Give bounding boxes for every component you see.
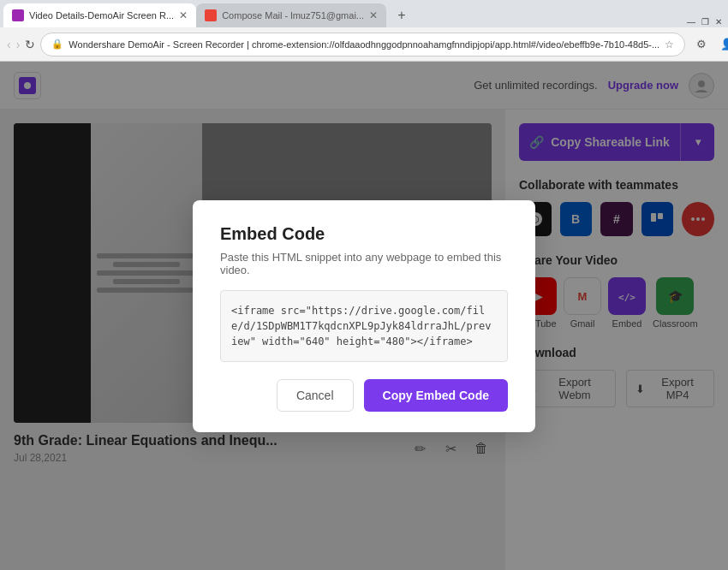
tabs-bar: Video Details-DemoAir Screen R... ✕ Comp… [0,0,728,27]
tab-close-1[interactable]: ✕ [179,9,188,21]
address-text: Wondershare DemoAir - Screen Recorder | … [69,39,659,50]
modal-actions: Cancel Copy Embed Code [220,379,508,412]
new-tab-button[interactable]: + [390,3,414,27]
close-button[interactable]: ✕ [713,15,725,27]
tab-close-2[interactable]: ✕ [369,9,378,21]
profile-icon[interactable]: 👤 [716,33,728,56]
tab-favicon-2 [205,9,217,21]
tab-active[interactable]: Video Details-DemoAir Screen R... ✕ [3,3,196,27]
toolbar-icons: ⚙ 👤 ⋮ [690,33,728,56]
forward-button[interactable]: › [16,33,21,56]
tab-label-2: Compose Mail - lmuz751@gmai... [222,10,364,21]
copy-embed-code-button[interactable]: Copy Embed Code [364,379,508,412]
tab-favicon-1 [12,9,24,21]
embed-code-modal: Embed Code Paste this HTML snippet into … [193,200,535,432]
tab-label-1: Video Details-DemoAir Screen R... [29,10,174,21]
minimize-button[interactable]: — [685,15,697,27]
address-bar[interactable]: 🔒 Wondershare DemoAir - Screen Recorder … [40,33,685,56]
app-content: Get unlimited recordings. Upgrade now [0,62,728,570]
browser-toolbar: ‹ › ↻ 🔒 Wondershare DemoAir - Screen Rec… [0,27,728,62]
modal-subtitle: Paste this HTML snippet into any webpage… [220,251,508,276]
tab-inactive[interactable]: Compose Mail - lmuz751@gmai... ✕ [196,3,386,27]
modal-overlay[interactable]: Embed Code Paste this HTML snippet into … [0,62,728,570]
browser-frame: Video Details-DemoAir Screen R... ✕ Comp… [0,0,728,570]
extensions-icon[interactable]: ⚙ [690,33,713,56]
embed-code-box[interactable]: <iframe src="https://drive.google.com/fi… [220,290,508,362]
back-button[interactable]: ‹ [7,33,11,56]
refresh-button[interactable]: ↻ [25,33,35,56]
cancel-button[interactable]: Cancel [277,379,354,412]
bookmark-icon[interactable]: ☆ [665,39,674,50]
modal-title: Embed Code [220,224,508,244]
maximize-button[interactable]: ❐ [699,15,711,27]
